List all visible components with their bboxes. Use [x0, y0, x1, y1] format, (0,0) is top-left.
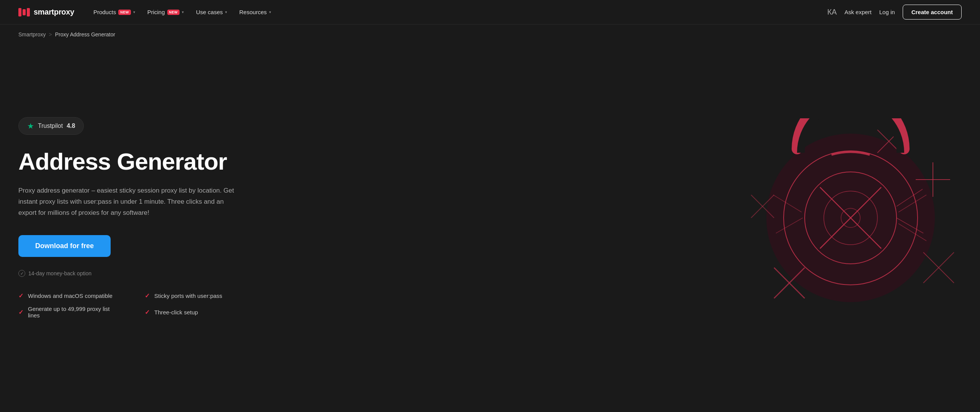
- hero-description: Proxy address generator – easiest sticky…: [18, 185, 240, 219]
- check-icon-3: ✓: [145, 309, 150, 316]
- page-title: Address Generator: [18, 149, 248, 175]
- feature-text-0: Windows and macOS compatible: [28, 293, 113, 299]
- hero-content: ★ Trustpilot 4.8 Address Generator Proxy…: [18, 117, 248, 319]
- breadcrumb-separator: >: [49, 31, 52, 38]
- feature-item-2: ✓ Generate up to 49,999 proxy list lines: [18, 306, 122, 319]
- nav-item-products[interactable]: Products NEW ▾: [88, 6, 140, 18]
- cta-container: Download for free ✓ 14-day money-back op…: [18, 235, 248, 277]
- check-icon-1: ✓: [145, 292, 150, 299]
- trustpilot-badge[interactable]: ★ Trustpilot 4.8: [18, 117, 84, 135]
- language-icon[interactable]: КA: [827, 8, 837, 16]
- logo-bar-3: [27, 8, 30, 16]
- nav-products-label: Products: [93, 9, 116, 15]
- nav-resources-label: Resources: [239, 9, 267, 15]
- money-back-icon: ✓: [18, 270, 25, 277]
- nav-usecases-label: Use cases: [196, 9, 223, 15]
- nav-item-pricing[interactable]: Pricing NEW ▾: [142, 6, 189, 18]
- nav-pricing-badge: NEW: [167, 10, 180, 15]
- money-back-text: 14-day money-back option: [28, 270, 91, 276]
- nav-pricing-label: Pricing: [147, 9, 165, 15]
- create-account-button[interactable]: Create account: [903, 5, 962, 20]
- feature-text-2: Generate up to 49,999 proxy list lines: [28, 306, 122, 319]
- feature-text-1: Sticky ports with user:pass: [154, 293, 222, 299]
- nav-right: КA Ask expert Log in Create account: [827, 5, 962, 20]
- illustration-svg: [740, 118, 962, 317]
- logo-bar-1: [18, 8, 21, 16]
- hero-illustration: [740, 118, 962, 317]
- breadcrumb-current: Proxy Address Generator: [55, 31, 115, 38]
- check-icon-2: ✓: [18, 309, 23, 316]
- navbar: smartproxy Products NEW ▾ Pricing NEW ▾ …: [0, 0, 980, 25]
- download-button[interactable]: Download for free: [18, 235, 111, 257]
- nav-items: Products NEW ▾ Pricing NEW ▾ Use cases ▾…: [88, 6, 276, 18]
- money-back-notice: ✓ 14-day money-back option: [18, 270, 248, 277]
- breadcrumb-root[interactable]: Smartproxy: [18, 31, 46, 38]
- features-list: ✓ Windows and macOS compatible ✓ Sticky …: [18, 292, 248, 319]
- logo-text: smartproxy: [34, 8, 74, 16]
- nav-item-usecases[interactable]: Use cases ▾: [191, 6, 232, 18]
- feature-item-1: ✓ Sticky ports with user:pass: [145, 292, 248, 299]
- check-icon-0: ✓: [18, 292, 23, 299]
- nav-item-resources[interactable]: Resources ▾: [234, 6, 276, 18]
- resources-chevron-icon: ▾: [269, 10, 271, 14]
- feature-item-0: ✓ Windows and macOS compatible: [18, 292, 122, 299]
- logo-bar-2: [23, 9, 26, 15]
- trustpilot-star-icon: ★: [27, 121, 34, 131]
- hero-section: ★ Trustpilot 4.8 Address Generator Proxy…: [0, 44, 980, 407]
- logo-icon: [18, 8, 30, 16]
- pricing-chevron-icon: ▾: [182, 10, 184, 14]
- products-chevron-icon: ▾: [133, 10, 135, 14]
- nav-left: smartproxy Products NEW ▾ Pricing NEW ▾ …: [18, 6, 276, 18]
- log-in-link[interactable]: Log in: [879, 9, 895, 15]
- trustpilot-score: 4.8: [67, 123, 75, 129]
- nav-products-badge: NEW: [118, 10, 131, 15]
- ask-expert-link[interactable]: Ask expert: [844, 9, 872, 15]
- feature-item-3: ✓ Three-click setup: [145, 306, 248, 319]
- usecases-chevron-icon: ▾: [225, 10, 227, 14]
- feature-text-3: Three-click setup: [154, 309, 198, 316]
- trustpilot-label: Trustpilot: [38, 123, 63, 129]
- logo[interactable]: smartproxy: [18, 8, 74, 16]
- breadcrumb: Smartproxy > Proxy Address Generator: [0, 25, 980, 44]
